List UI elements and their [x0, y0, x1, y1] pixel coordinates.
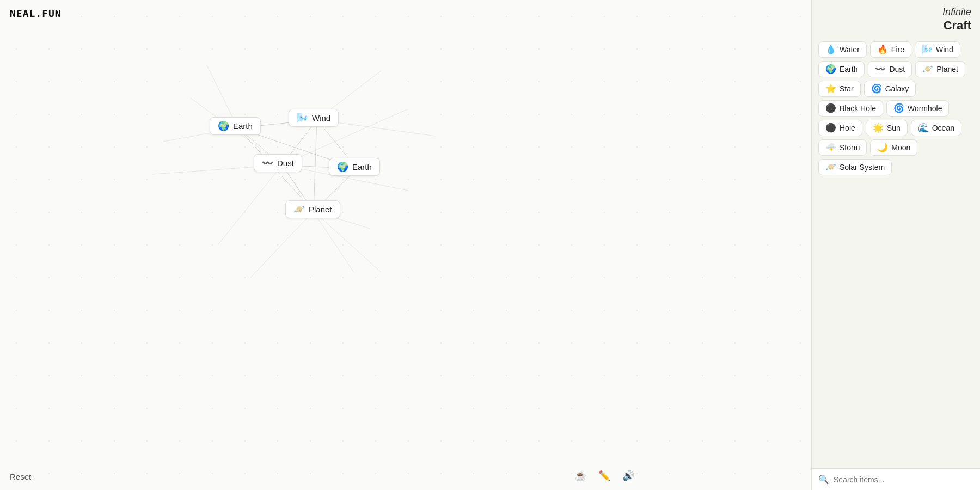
storm-label: Storm [840, 143, 860, 152]
planet-icon: 🪐 [922, 65, 933, 74]
sidebar-item-sun[interactable]: 🌟Sun [866, 120, 908, 136]
sidebar-item-solar-system[interactable]: 🪐Solar System [818, 159, 892, 175]
sidebar-item-wind[interactable]: 🌬️Wind [915, 41, 960, 58]
wormhole-label: Wormhole [908, 104, 942, 113]
canvas-element-earth1[interactable]: 🌍Earth [210, 117, 261, 135]
canvas-element-planet1[interactable]: 🪐Planet [285, 200, 340, 218]
dust-icon: 〰️ [875, 65, 886, 74]
wind1-label: Wind [312, 113, 330, 122]
moon-label: Moon [891, 143, 910, 152]
sound-icon[interactable]: 🔊 [620, 467, 637, 485]
star-label: Star [840, 84, 854, 93]
star-icon: ⭐ [825, 84, 836, 93]
wind-icon: 🌬️ [922, 45, 933, 54]
ocean-label: Ocean [932, 124, 954, 132]
sidebar-item-galaxy[interactable]: 🌀Galaxy [864, 81, 916, 97]
sidebar-item-water[interactable]: 💧Water [818, 41, 867, 58]
fire-label: Fire [891, 45, 904, 54]
search-icon: 🔍 [818, 474, 829, 485]
galaxy-icon: 🌀 [871, 84, 882, 93]
ocean-icon: 🌊 [918, 124, 929, 132]
svg-line-13 [282, 165, 354, 272]
sidebar: Infinite Craft 💧Water🔥Fire🌬️Wind🌍Earth〰️… [811, 0, 980, 490]
sun-icon: 🌟 [873, 124, 884, 132]
hole-label: Hole [840, 124, 855, 132]
sun-label: Sun [887, 124, 901, 132]
canvas-element-dust1[interactable]: 〰️Dust [254, 154, 302, 172]
search-bar: 🔍 [812, 468, 980, 490]
dust1-label: Dust [277, 158, 294, 168]
svg-line-12 [218, 165, 282, 245]
app-title-line1: Infinite [942, 7, 971, 19]
sidebar-item-fire[interactable]: 🔥Fire [870, 41, 911, 58]
site-logo: NEAL.FUN [10, 8, 62, 19]
wind-label: Wind [936, 45, 953, 54]
svg-line-17 [314, 211, 381, 272]
planet-label: Planet [936, 65, 958, 74]
canvas-element-earth2[interactable]: 🌍Earth [329, 158, 380, 176]
app-title-line2: Craft [942, 19, 971, 33]
solar-system-icon: 🪐 [825, 163, 836, 171]
planet1-icon: 🪐 [293, 205, 305, 214]
sidebar-item-black-hole[interactable]: ⚫Black Hole [818, 100, 883, 117]
wormhole-icon: 🌀 [893, 104, 904, 113]
solar-system-label: Solar System [840, 163, 885, 171]
reset-button[interactable]: Reset [10, 472, 31, 481]
sidebar-item-ocean[interactable]: 🌊Ocean [911, 120, 961, 136]
earth2-icon: 🌍 [337, 162, 348, 171]
dust-label: Dust [889, 65, 905, 74]
galaxy-label: Galaxy [885, 84, 909, 93]
canvas-element-wind1[interactable]: 🌬️Wind [289, 109, 339, 127]
earth-icon: 🌍 [825, 65, 836, 74]
water-label: Water [840, 45, 860, 54]
sidebar-item-earth[interactable]: 🌍Earth [818, 61, 865, 77]
storm-icon: 🌩️ [825, 143, 836, 152]
hole-icon: ⚫ [825, 124, 836, 132]
sidebar-item-storm[interactable]: 🌩️Storm [818, 139, 867, 156]
connection-lines [0, 0, 811, 490]
black-hole-icon: ⚫ [825, 104, 836, 113]
sidebar-item-moon[interactable]: 🌙Moon [870, 139, 917, 156]
moon-icon: 🌙 [877, 143, 888, 152]
sidebar-item-wormhole[interactable]: 🌀Wormhole [886, 100, 950, 117]
canvas-area[interactable]: NEAL.FUN 🌍Earth🌬️Wind〰️Dust🌍Earth🪐Planet [0, 0, 811, 490]
planet1-label: Planet [309, 205, 332, 214]
coffee-icon[interactable]: ☕ [572, 467, 589, 485]
sidebar-header: Infinite Craft [812, 0, 980, 37]
sidebar-item-planet[interactable]: 🪐Planet [915, 61, 965, 77]
sidebar-item-dust[interactable]: 〰️Dust [868, 61, 912, 77]
search-input[interactable] [834, 475, 973, 484]
items-grid: 💧Water🔥Fire🌬️Wind🌍Earth〰️Dust🪐Planet⭐Sta… [812, 37, 980, 468]
bottom-toolbar: ☕ ✏️ 🔊 [572, 467, 637, 485]
earth2-label: Earth [352, 162, 372, 171]
sidebar-item-hole[interactable]: ⚫Hole [818, 120, 862, 136]
svg-line-16 [250, 211, 314, 278]
earth-label: Earth [840, 65, 857, 74]
water-icon: 💧 [825, 45, 836, 54]
sidebar-item-star[interactable]: ⭐Star [818, 81, 861, 97]
fire-icon: 🔥 [877, 45, 888, 54]
earth1-icon: 🌍 [218, 121, 229, 131]
wind1-icon: 🌬️ [297, 113, 308, 122]
svg-line-6 [314, 120, 317, 211]
black-hole-label: Black Hole [840, 104, 876, 113]
feather-icon[interactable]: ✏️ [596, 467, 613, 485]
app-logo: Infinite Craft [942, 7, 971, 33]
earth1-label: Earth [233, 121, 253, 131]
dust1-icon: 〰️ [262, 158, 273, 168]
